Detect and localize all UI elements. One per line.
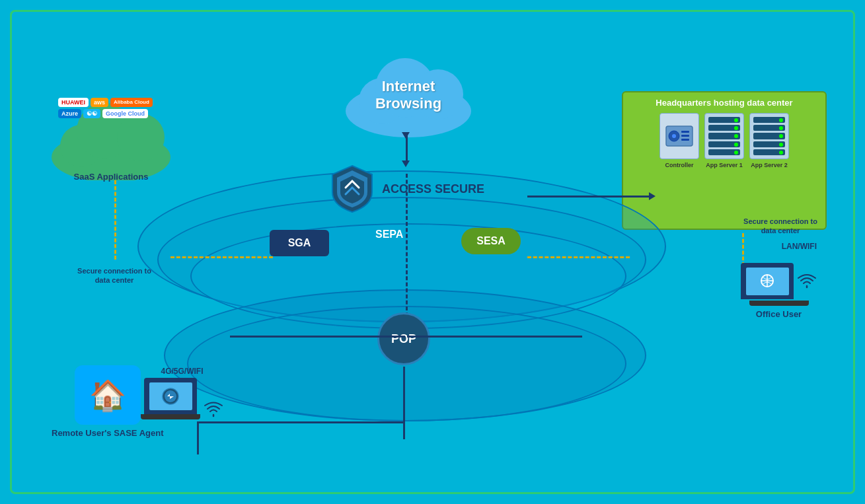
internet-arrow-down — [406, 135, 408, 163]
server2-icon — [749, 113, 789, 159]
azure-logo: Azure — [58, 109, 81, 118]
huawei-logo: HUAWEI — [58, 98, 89, 107]
main-diagram: Internet Browsing HUAWEI aws Alibaba Clo… — [10, 10, 855, 494]
pop-branch-left-down — [197, 421, 199, 454]
server1-label: App Server 1 — [706, 162, 743, 168]
controller-label: Controller — [665, 162, 693, 168]
saas-dashed-line — [114, 180, 116, 260]
mobile-laptop-icon — [144, 378, 197, 414]
lan-wifi-label: LAN/WIFI — [782, 242, 817, 251]
home-icon: 🏠 — [75, 365, 141, 425]
server2-label: App Server 2 — [751, 162, 788, 168]
pop-line-down — [403, 367, 405, 439]
sesa-node: SESA — [461, 228, 521, 254]
qq-logo: ☯☯ — [83, 109, 100, 118]
svg-point-10 — [672, 134, 676, 138]
hq-arrow — [649, 192, 656, 200]
saas-label: SaaS Applications — [45, 172, 177, 182]
office-base — [749, 301, 809, 306]
alibaba-logo: Alibaba Cloud — [110, 98, 153, 107]
hq-title: Headquarters hosting data center — [628, 98, 820, 108]
mobile-laptop-base — [141, 414, 200, 419]
secure-label-left: Secure connection to data center — [75, 266, 154, 285]
remote-user-label: Remote User's SASE Agent — [52, 428, 164, 439]
saas-cloud: HUAWEI aws Alibaba Cloud Azure ☯☯ Google… — [45, 88, 177, 194]
arrow-up — [402, 132, 410, 139]
sga-node: SGA — [270, 230, 329, 256]
secure-line-left — [170, 256, 273, 258]
pop-line-down-branch — [197, 421, 403, 423]
aws-logo: aws — [91, 98, 108, 107]
office-user-label: Office User — [756, 309, 802, 319]
google-logo: Google Cloud — [102, 109, 148, 118]
shield-icon — [329, 162, 375, 215]
sepa-node: SEPA — [375, 229, 403, 240]
secure-line-right — [527, 256, 630, 258]
mobile-user-container: 4G/5G/WIFI — [141, 367, 223, 419]
controller-icon — [659, 113, 699, 159]
wifi-icon — [797, 271, 817, 291]
hq-horizontal-line — [527, 196, 650, 198]
mobile-connection-label: 4G/5G/WIFI — [161, 367, 203, 376]
arrow-down — [402, 161, 410, 167]
internet-cloud-label: Internet Browsing — [342, 78, 474, 131]
office-laptop-icon — [741, 263, 794, 299]
svg-rect-11 — [681, 131, 689, 133]
pop-line-left — [230, 336, 405, 338]
access-secure-label: ACCESS SECURE — [382, 182, 484, 196]
mobile-screen — [149, 382, 192, 410]
svg-rect-12 — [681, 135, 689, 137]
hq-servers: Controller App Server 1 — [628, 113, 820, 168]
server2-unit: App Server 2 — [749, 113, 789, 168]
server1-unit: App Server 1 — [704, 113, 744, 168]
secure-label-right: Secure connection to data center — [737, 217, 823, 236]
hq-dashed-line — [742, 233, 744, 266]
controller-unit: Controller — [659, 113, 699, 168]
office-screen — [746, 268, 789, 295]
internet-cloud: Internet Browsing — [336, 52, 481, 137]
mobile-wifi-icon — [204, 396, 223, 419]
pop-line-right — [407, 336, 582, 338]
hq-datacenter-box: Headquarters hosting data center Control… — [622, 91, 827, 230]
pop-node: POP — [377, 312, 430, 365]
office-user-container: Office User — [741, 263, 817, 319]
svg-point-7 — [117, 114, 165, 161]
server1-icon — [704, 113, 744, 159]
svg-rect-13 — [681, 139, 689, 141]
